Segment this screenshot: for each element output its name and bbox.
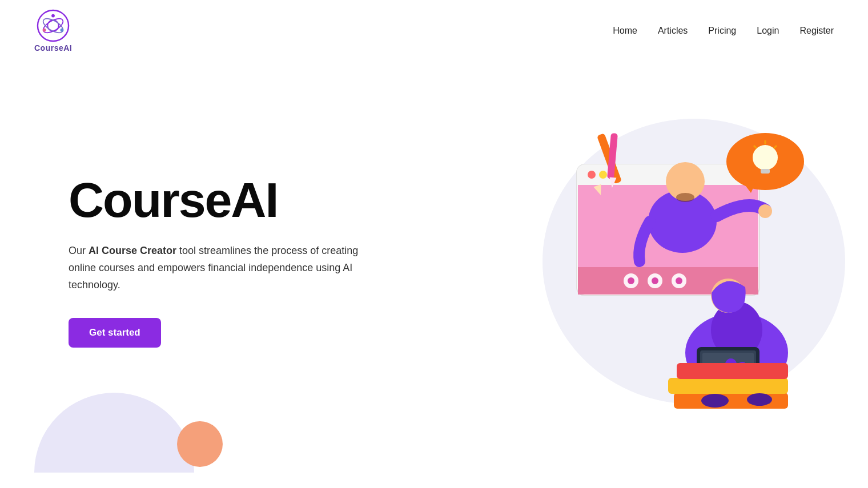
svg-rect-45 xyxy=(677,363,788,379)
bottom-decoration xyxy=(34,393,223,473)
svg-point-27 xyxy=(753,145,778,170)
nav-link-login[interactable]: Login xyxy=(757,26,779,35)
section-below: Start By Choosing A Topic xyxy=(0,473,868,488)
hero-description: Our AI Course Creator tool streamlines t… xyxy=(69,243,365,293)
svg-point-24 xyxy=(758,204,772,218)
svg-point-5 xyxy=(61,29,64,32)
logo-text: CourseAI xyxy=(34,43,72,53)
nav-item-home[interactable]: Home xyxy=(613,26,637,36)
hero-content: CourseAI Our AI Course Creator tool stre… xyxy=(69,175,365,347)
nav-item-register[interactable]: Register xyxy=(799,26,834,36)
svg-point-6 xyxy=(43,29,46,32)
svg-point-46 xyxy=(701,394,729,408)
hero-illustration-svg xyxy=(514,107,834,416)
hero-desc-bold: AI Course Creator xyxy=(89,245,176,256)
nav-link-home[interactable]: Home xyxy=(613,26,637,35)
nav-link-articles[interactable]: Articles xyxy=(658,26,688,35)
svg-point-11 xyxy=(599,171,607,179)
get-started-button[interactable]: Get started xyxy=(69,318,161,348)
svg-point-4 xyxy=(51,14,55,18)
svg-rect-28 xyxy=(761,169,770,174)
nav-item-articles[interactable]: Articles xyxy=(658,26,688,36)
nav-item-login[interactable]: Login xyxy=(757,26,779,36)
navbar: CourseAI Home Articles Pricing Login Reg… xyxy=(0,0,868,62)
hero-illustration xyxy=(514,107,834,416)
decor-circle-large xyxy=(34,393,194,473)
svg-point-23 xyxy=(676,193,694,202)
nav-item-pricing[interactable]: Pricing xyxy=(708,26,736,36)
svg-point-19 xyxy=(652,277,658,284)
nav-links: Home Articles Pricing Login Register xyxy=(613,26,834,36)
decor-circle-small xyxy=(177,421,223,467)
svg-point-20 xyxy=(676,277,682,284)
nav-link-pricing[interactable]: Pricing xyxy=(708,26,736,35)
logo-icon xyxy=(37,9,70,42)
nav-link-register[interactable]: Register xyxy=(799,26,834,35)
logo[interactable]: CourseAI xyxy=(34,9,72,53)
hero-title: CourseAI xyxy=(69,175,365,224)
svg-rect-44 xyxy=(668,378,788,394)
hero-desc-prefix: Our xyxy=(69,245,89,256)
svg-point-47 xyxy=(747,393,772,406)
svg-point-10 xyxy=(588,171,596,179)
svg-point-18 xyxy=(628,277,634,284)
hero-section: CourseAI Our AI Course Creator tool stre… xyxy=(0,62,868,473)
